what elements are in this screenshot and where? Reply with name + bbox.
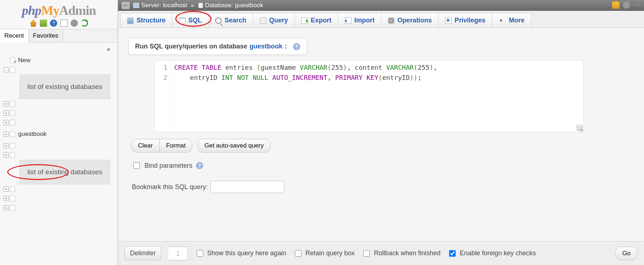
delimiter-label: Delimiter	[125, 246, 161, 260]
tab-favorites[interactable]: Favorites	[28, 29, 63, 43]
expand-icon[interactable]: +	[4, 187, 9, 192]
breadcrumb-bar: ← Server: localhost » Database: guestboo…	[118, 0, 644, 11]
show-again-checkbox[interactable]	[197, 250, 203, 257]
expand-icon[interactable]: +	[4, 205, 9, 210]
home-icon[interactable]	[30, 20, 37, 27]
bind-parameters-checkbox[interactable]	[133, 162, 140, 169]
tree-db-label: guestbook	[18, 131, 46, 138]
tree-db-row[interactable]: +	[2, 184, 118, 194]
search-icon	[215, 17, 222, 24]
database-icon	[10, 67, 15, 73]
rollback-checkbox[interactable]	[363, 250, 370, 257]
docs-icon[interactable]	[50, 20, 57, 27]
tab-operations[interactable]: Operations	[381, 13, 439, 27]
editor-code[interactable]: CREATE TABLE entries (guestName VARCHAR(…	[171, 60, 584, 132]
tab-query[interactable]: Query	[253, 13, 295, 27]
logout-icon[interactable]	[40, 20, 47, 27]
tree-db-row[interactable]: +	[2, 108, 118, 118]
tree-db-row[interactable]: +	[2, 203, 118, 213]
expand-icon[interactable]: +	[4, 120, 9, 125]
database-tree: New − list of existing databases + + + +…	[2, 56, 118, 213]
main-tabs: Structure SQL Search Query Export Import…	[118, 11, 644, 28]
expand-icon[interactable]: +	[4, 111, 9, 116]
db-list-placeholder-2: list of existing databases	[20, 160, 110, 184]
new-database-icon	[10, 57, 15, 63]
tree-db-row[interactable]: +	[2, 141, 118, 150]
bookmark-label: Bookmark this SQL query:	[132, 183, 208, 191]
fk-option[interactable]: Enable foreign key checks	[448, 249, 536, 258]
tree-new-database[interactable]: New	[2, 56, 118, 65]
crumb-server-value[interactable]: localhost	[163, 2, 187, 9]
navigation-sidebar: phpMyAdmin Recent Favorites ⚭ New − list…	[0, 0, 118, 265]
tree-db-row[interactable]: −	[2, 65, 118, 74]
database-icon	[10, 196, 15, 201]
format-button[interactable]: Format	[159, 139, 193, 153]
tree-db-guestbook[interactable]: + guestbook	[2, 129, 118, 139]
scroll-top-icon[interactable]	[634, 1, 641, 9]
sql-editor[interactable]: 12 CREATE TABLE entries (guestName VARCH…	[154, 60, 584, 132]
settings-icon[interactable]	[71, 20, 78, 27]
export-icon	[301, 17, 308, 24]
expand-icon[interactable]: +	[4, 153, 9, 158]
bookmark-input[interactable]	[210, 181, 284, 193]
rollback-option[interactable]: Rollback when finished	[362, 249, 440, 258]
retain-checkbox[interactable]	[295, 250, 301, 257]
link-tables-icon[interactable]: ⚭	[0, 43, 118, 56]
database-icon	[10, 143, 15, 149]
crumb-db-label: Database:	[205, 2, 233, 9]
tree-db-row[interactable]: +	[2, 118, 118, 127]
expand-icon[interactable]: +	[4, 101, 9, 106]
help-icon[interactable]: ?	[293, 43, 300, 50]
crumb-server-label: Server:	[141, 2, 161, 9]
sql-doc-icon[interactable]	[60, 20, 68, 27]
operations-icon	[388, 17, 394, 24]
tab-import[interactable]: Import	[338, 13, 381, 27]
sql-query-heading-box: Run SQL query/queries on database guestb…	[128, 38, 307, 55]
editor-resize-handle[interactable]	[576, 125, 583, 131]
box-title-dbname[interactable]: guestbook	[250, 43, 283, 50]
get-autosaved-button[interactable]: Get auto-saved query	[197, 139, 270, 153]
sidebar-quick-icons	[0, 19, 118, 29]
show-again-option[interactable]: Show this query here again	[195, 249, 286, 258]
page-settings-icon[interactable]	[623, 1, 630, 9]
database-icon	[10, 205, 15, 211]
tab-recent[interactable]: Recent	[0, 29, 29, 43]
crumb-db-value[interactable]: guestbook	[235, 2, 263, 9]
sql-footer-bar: Delimiter Show this query here again Ret…	[118, 241, 644, 265]
structure-icon	[127, 17, 134, 24]
bind-parameters-label: Bind parameters	[145, 162, 192, 170]
editor-gutter: 12	[155, 60, 171, 132]
tab-more[interactable]: More	[492, 13, 531, 27]
clear-format-group: Clear Format	[131, 139, 192, 153]
tab-export[interactable]: Export	[294, 13, 338, 27]
sidebar-tabs: Recent Favorites	[0, 29, 118, 43]
tab-privileges[interactable]: Privileges	[438, 13, 492, 27]
tab-structure[interactable]: Structure	[120, 13, 172, 27]
help-icon[interactable]: ?	[196, 162, 203, 169]
expand-icon[interactable]: +	[4, 132, 9, 137]
main-pane: ← Server: localhost » Database: guestboo…	[118, 0, 644, 265]
delimiter-input[interactable]	[168, 247, 188, 260]
phpmyadmin-logo: phpMyAdmin	[0, 0, 118, 19]
expand-icon[interactable]: +	[4, 196, 9, 201]
lock-icon[interactable]	[612, 1, 619, 9]
box-title-suffix: :	[285, 43, 287, 50]
back-button[interactable]: ←	[122, 2, 130, 9]
database-icon	[10, 186, 15, 192]
reload-icon[interactable]	[81, 20, 88, 27]
database-icon	[10, 152, 15, 158]
go-button[interactable]: Go	[615, 247, 637, 260]
query-icon	[260, 17, 266, 24]
clear-button[interactable]: Clear	[131, 139, 160, 153]
fk-checkbox[interactable]	[449, 250, 456, 257]
tab-search[interactable]: Search	[208, 13, 253, 27]
retain-option[interactable]: Retain query box	[293, 249, 355, 258]
tree-db-row[interactable]: +	[2, 194, 118, 203]
tab-sql[interactable]: SQL	[172, 13, 209, 27]
tree-db-row[interactable]: +	[2, 150, 118, 160]
database-icon	[10, 120, 15, 125]
collapse-icon[interactable]: −	[4, 67, 9, 72]
tree-db-row[interactable]: +	[2, 99, 118, 108]
sql-icon	[179, 17, 185, 24]
expand-icon[interactable]: +	[4, 143, 9, 148]
